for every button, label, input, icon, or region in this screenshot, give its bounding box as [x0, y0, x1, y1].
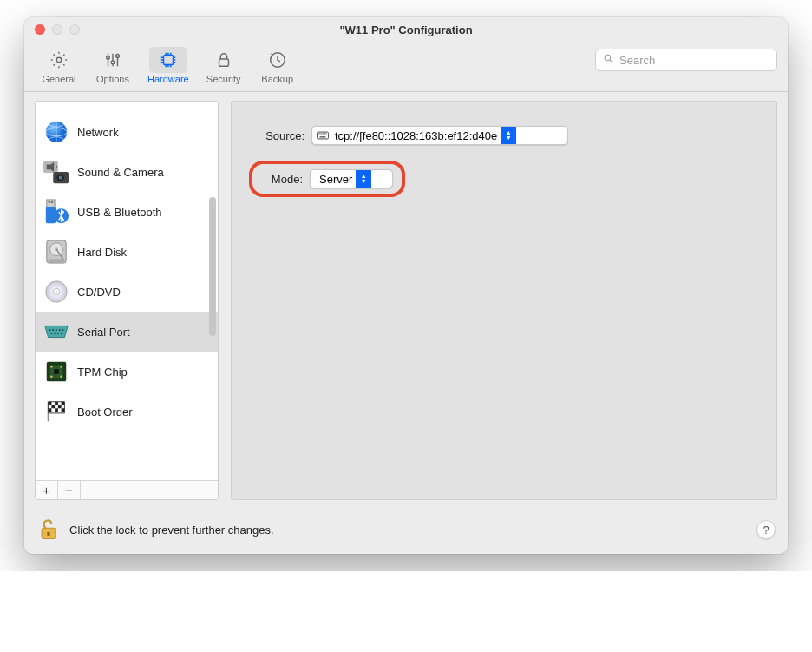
- mode-dropdown[interactable]: Server ▲▼: [310, 169, 393, 188]
- svg-rect-25: [49, 259, 65, 262]
- svg-rect-19: [51, 201, 53, 203]
- sidebar-item-label: Hard Disk: [77, 246, 127, 259]
- search-input[interactable]: Search: [595, 49, 777, 71]
- sound-camera-icon: [43, 158, 70, 186]
- svg-rect-49: [58, 405, 62, 409]
- svg-point-28: [56, 291, 58, 293]
- sidebar-item-hard-disk[interactable]: Hard Disk: [36, 232, 218, 272]
- chevron-up-down-icon: ▲▼: [501, 127, 516, 144]
- svg-point-42: [50, 375, 52, 377]
- tab-hardware[interactable]: Hardware: [142, 45, 194, 86]
- sidebar-item-serial-port[interactable]: Serial Port: [36, 312, 218, 352]
- sidebar-item-label: Network: [77, 126, 119, 139]
- svg-rect-56: [321, 133, 322, 134]
- svg-point-1: [107, 56, 110, 59]
- sidebar-list: Shared Printers Network Sound & Camera: [36, 102, 218, 480]
- sidebar-scrollbar[interactable]: [209, 197, 216, 336]
- svg-rect-57: [323, 133, 324, 134]
- svg-rect-53: [317, 132, 328, 139]
- svg-rect-45: [49, 402, 52, 405]
- globe-icon: [43, 118, 70, 146]
- content-area: Shared Printers Network Sound & Camera: [24, 92, 788, 510]
- svg-rect-46: [55, 402, 58, 405]
- svg-point-30: [52, 329, 54, 331]
- sliders-icon: [94, 47, 132, 73]
- unlock-button[interactable]: [36, 517, 61, 542]
- svg-rect-18: [49, 201, 50, 203]
- svg-point-32: [59, 329, 61, 331]
- search-icon: [603, 53, 614, 67]
- svg-rect-47: [62, 402, 65, 405]
- source-dropdown[interactable]: tcp://[fe80::1028:163b:ef12:d40e ▲▼: [311, 126, 568, 145]
- svg-rect-58: [324, 133, 325, 134]
- titlebar: "W11 Pro" Configuration: [24, 17, 788, 42]
- svg-rect-62: [47, 532, 50, 536]
- detail-panel: Source: tcp://[fe80::1028:163b:ef12:d40e…: [231, 101, 777, 500]
- printer-icon: [43, 102, 70, 106]
- tab-label: Backup: [261, 74, 293, 84]
- sidebar-item-label: Boot Order: [77, 405, 133, 418]
- tpm-chip-icon: [43, 358, 70, 385]
- svg-point-34: [50, 333, 52, 334]
- svg-point-37: [61, 333, 62, 334]
- source-value: tcp://[fe80::1028:163b:ef12:d40e: [333, 129, 501, 142]
- sidebar-item-sound-camera[interactable]: Sound & Camera: [36, 152, 218, 192]
- sidebar-item-tpm-chip[interactable]: TPM Chip: [36, 352, 218, 392]
- sidebar-item-shared-printers[interactable]: Shared Printers: [36, 102, 218, 112]
- tab-label: General: [42, 74, 75, 84]
- svg-rect-5: [219, 59, 228, 66]
- tab-security[interactable]: Security: [200, 45, 248, 86]
- svg-rect-48: [51, 405, 55, 409]
- svg-point-29: [49, 329, 50, 331]
- svg-rect-60: [320, 136, 326, 137]
- flag-icon: [43, 398, 70, 425]
- tab-label: Options: [96, 74, 129, 84]
- disc-icon: [43, 278, 70, 306]
- source-label: Source:: [249, 129, 304, 142]
- sidebar-item-network[interactable]: Network: [36, 112, 218, 152]
- tab-options[interactable]: Options: [88, 45, 137, 86]
- sidebar-item-label: Sound & Camera: [77, 166, 164, 179]
- sidebar-item-label: Serial Port: [77, 326, 130, 339]
- sidebar-item-usb-bluetooth[interactable]: USB & Bluetooth: [36, 192, 218, 232]
- minimize-window-button[interactable]: [52, 24, 62, 35]
- svg-rect-54: [318, 133, 319, 134]
- svg-point-31: [56, 329, 57, 331]
- sidebar-item-cd-dvd[interactable]: CD/DVD: [36, 272, 218, 312]
- hard-disk-icon: [43, 238, 70, 266]
- chevron-up-down-icon: ▲▼: [356, 170, 371, 188]
- serial-port-icon: [43, 318, 70, 346]
- svg-rect-55: [320, 133, 321, 134]
- backup-icon: [259, 47, 297, 73]
- gear-icon: [40, 47, 78, 73]
- sidebar-item-label: TPM Chip: [77, 366, 128, 379]
- svg-point-41: [60, 366, 62, 367]
- svg-rect-59: [326, 133, 327, 134]
- help-button[interactable]: ?: [756, 520, 776, 539]
- svg-point-36: [57, 333, 59, 334]
- svg-rect-50: [49, 408, 52, 412]
- svg-rect-51: [55, 408, 58, 412]
- svg-rect-44: [54, 369, 59, 374]
- tab-general[interactable]: General: [35, 45, 83, 86]
- toolbar: General Options Hardware Security Backup: [24, 42, 788, 92]
- hardware-sidebar: Shared Printers Network Sound & Camera: [35, 101, 219, 500]
- source-row: Source: tcp://[fe80::1028:163b:ef12:d40e…: [249, 126, 759, 145]
- close-window-button[interactable]: [35, 24, 45, 35]
- configuration-window: "W11 Pro" Configuration General Options …: [24, 17, 788, 554]
- usb-bluetooth-icon: [43, 198, 70, 226]
- svg-rect-52: [62, 408, 65, 412]
- zoom-window-button[interactable]: [69, 24, 80, 35]
- sidebar-item-boot-order[interactable]: Boot Order: [36, 392, 218, 431]
- window-controls: [35, 24, 80, 35]
- remove-device-button[interactable]: −: [58, 481, 81, 499]
- sidebar-item-label: USB & Bluetooth: [77, 206, 162, 219]
- tab-label: Hardware: [147, 74, 189, 84]
- keyboard-icon: [312, 131, 333, 140]
- mode-row: Mode: Server ▲▼: [249, 161, 759, 197]
- add-device-button[interactable]: +: [36, 481, 58, 499]
- mode-value: Server: [311, 173, 356, 186]
- tab-backup[interactable]: Backup: [253, 45, 302, 86]
- svg-point-35: [54, 333, 56, 334]
- tab-label: Security: [206, 74, 241, 84]
